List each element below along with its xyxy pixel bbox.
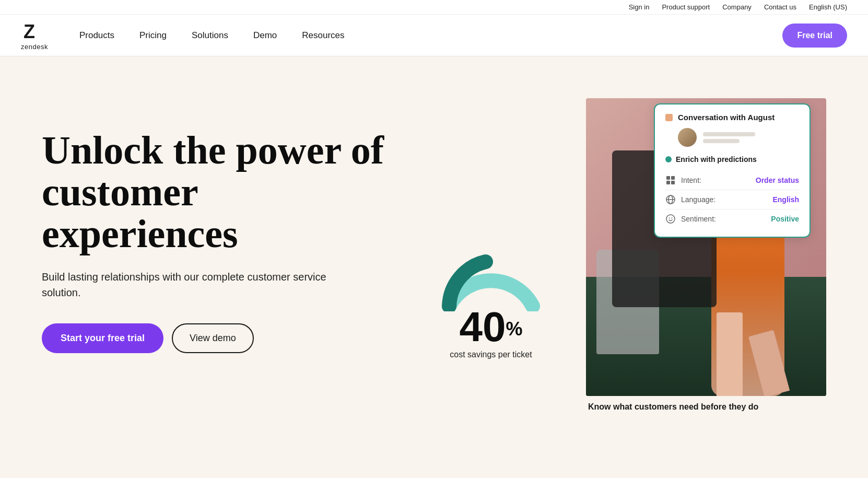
contact-link[interactable]: Contact us — [764, 3, 796, 11]
svg-rect-4 — [671, 181, 675, 184]
gauge-number: 40 — [460, 306, 506, 348]
hero-subtext: Build lasting relationships with our com… — [42, 269, 334, 300]
hero-buttons: Start your free trial View demo — [42, 323, 397, 353]
nav-resources[interactable]: Resources — [302, 30, 344, 41]
nav-demo[interactable]: Demo — [253, 30, 277, 41]
svg-rect-1 — [666, 176, 670, 180]
intent-label: Intent: — [681, 176, 750, 184]
card-avatar — [678, 128, 697, 147]
globe-icon — [665, 194, 676, 205]
language-value: English — [772, 195, 799, 204]
card-dot-icon — [665, 114, 673, 121]
section-label: Enrich with predictions — [676, 155, 757, 164]
gauge-label: cost savings per ticket — [450, 350, 532, 359]
intent-value: Order status — [756, 176, 799, 184]
prediction-row-sentiment: Sentiment: Positive — [665, 209, 799, 228]
language-label: Language: — [681, 195, 767, 204]
signin-link[interactable]: Sign in — [629, 3, 650, 11]
logo-wordmark: zendesk — [21, 43, 48, 51]
hero-section: Unlock the power of customer experiences… — [0, 56, 868, 448]
svg-text:Z: Z — [24, 21, 35, 42]
card-lines — [703, 132, 755, 143]
hero-right: 40 % cost savings per ticket — [397, 98, 826, 412]
gauge-container: 40 % cost savings per ticket — [439, 243, 543, 359]
card-section-title: Enrich with predictions — [665, 155, 799, 164]
nav-pricing[interactable]: Pricing — [139, 30, 167, 41]
svg-point-10 — [672, 218, 673, 219]
card-avatar-row — [665, 128, 799, 147]
start-trial-button[interactable]: Start your free trial — [42, 323, 163, 353]
nav-products[interactable]: Products — [79, 30, 114, 41]
nav-solutions[interactable]: Solutions — [192, 30, 228, 41]
conversation-card: Conversation with August Enrich with pre… — [654, 103, 811, 238]
zendesk-logo-svg: Z — [21, 20, 48, 42]
svg-rect-2 — [671, 176, 675, 180]
green-dot-icon — [665, 156, 672, 162]
card-header: Conversation with August — [665, 113, 799, 122]
logo[interactable]: Z zendesk — [21, 20, 48, 51]
hero-headline: Unlock the power of customer experiences — [42, 130, 397, 254]
gauge-arc-svg — [439, 243, 543, 311]
grid-icon — [665, 175, 676, 185]
card-line-2 — [703, 139, 740, 143]
smiley-icon — [665, 214, 676, 224]
svg-point-9 — [669, 218, 670, 219]
view-demo-button[interactable]: View demo — [172, 323, 254, 353]
card-title: Conversation with August — [678, 113, 775, 122]
company-link[interactable]: Company — [722, 3, 752, 11]
prediction-row-intent: Intent: Order status — [665, 171, 799, 190]
language-selector[interactable]: English (US) — [809, 3, 847, 11]
svg-point-8 — [666, 215, 675, 223]
nav-links: Products Pricing Solutions Demo Resource… — [79, 30, 782, 41]
sentiment-value: Positive — [771, 215, 799, 223]
sentiment-label: Sentiment: — [681, 215, 766, 223]
card-line-1 — [703, 132, 755, 136]
main-nav: Z zendesk Products Pricing Solutions Dem… — [0, 15, 868, 56]
hero-left: Unlock the power of customer experiences… — [42, 98, 397, 353]
svg-rect-3 — [666, 181, 670, 184]
prediction-row-language: Language: English — [665, 190, 799, 209]
gauge-suffix: % — [506, 320, 522, 339]
hero-caption: Know what customers need before they do — [586, 397, 826, 417]
top-bar: Sign in Product support Company Contact … — [0, 0, 868, 15]
free-trial-button[interactable]: Free trial — [782, 24, 847, 48]
product-support-link[interactable]: Product support — [662, 3, 710, 11]
